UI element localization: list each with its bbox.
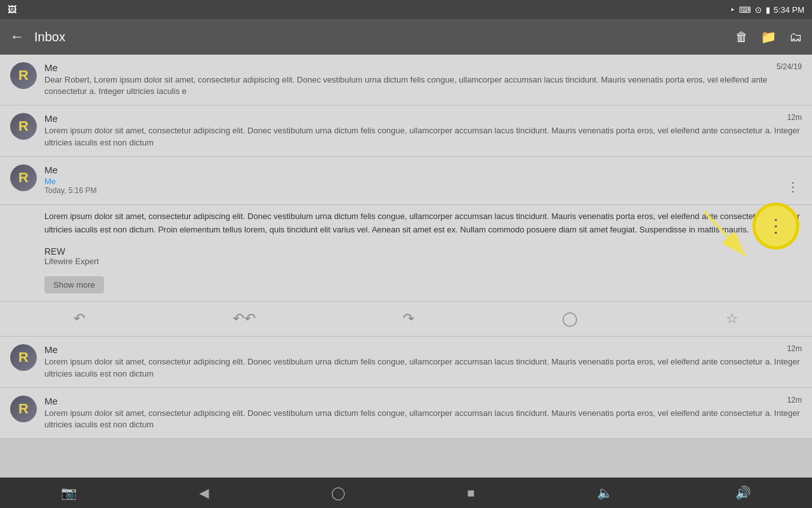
more-vert-circle[interactable]: ⋮ [752, 203, 799, 250]
email-date-5: 12m [787, 396, 802, 404]
email-date-1: 5/24/19 [776, 62, 802, 71]
email-item-5[interactable]: R Me 12m Lorem ipsum dolor sit amet, con… [0, 388, 812, 439]
avatar-2: R [10, 113, 37, 140]
email-preview-1: Dear Robert, Lorem ipsum dolor sit amet,… [44, 74, 802, 97]
email-item-3-header[interactable]: R Me Me Today, 5:16 PM ⋮ [0, 157, 812, 205]
email-body-text: Lorem ipsum dolor sit amet, consectetur … [44, 205, 802, 244]
nav-home-button[interactable]: ◯ [331, 485, 345, 500]
avatar-letter-3: R [18, 170, 29, 186]
email-content-2: Me 12m Lorem ipsum dolor sit amet, conse… [44, 113, 802, 148]
nav-volume-down-button[interactable]: 🔈 [597, 485, 613, 500]
action-bar: ← Inbox 🗑 📁 🗂 [0, 19, 812, 55]
email-sender-5: Me [44, 396, 58, 406]
expanded-sender-name: Me [44, 177, 97, 186]
email-content-1: Me 5/24/19 Dear Robert, Lorem ipsum dolo… [44, 62, 802, 97]
nav-volume-up-button[interactable]: 🔊 [735, 485, 751, 500]
expanded-time: Today, 5:16 PM [44, 186, 97, 195]
signature-name: REW [44, 246, 802, 257]
nav-camera-button[interactable]: 📷 [61, 485, 77, 500]
email-preview-5: Lorem ipsum dolor sit amet, consectetur … [44, 408, 802, 431]
status-bar-right: ‣ ⌨ ⊙ ▮ 5:34 PM [730, 5, 804, 15]
email-date-4: 12m [787, 344, 802, 353]
email-header-1: Me 5/24/19 [44, 62, 802, 73]
avatar-1: R [10, 62, 37, 89]
email-date-2: 12m [787, 113, 802, 122]
wifi-icon: ⊙ [755, 5, 762, 15]
nav-back-button[interactable]: ◀ [199, 485, 209, 500]
email-content-4: Me 12m Lorem ipsum dolor sit amet, conse… [44, 344, 802, 379]
avatar-4: R [10, 344, 37, 371]
email-sender-3: Me [44, 164, 58, 175]
nav-recents-button[interactable]: ■ [467, 486, 475, 500]
reply-button[interactable]: ↶ [74, 311, 85, 327]
delete-button[interactable]: 🗑 [735, 30, 748, 44]
reply-all-button[interactable]: ↶↶ [233, 311, 256, 327]
avatar-letter-5: R [18, 401, 29, 417]
back-button[interactable]: ← [10, 29, 24, 45]
inbox-title: Inbox [34, 30, 735, 44]
avatar-letter-1: R [18, 67, 29, 84]
photo-icon: 🖼 [8, 4, 16, 15]
more-vert-header-button[interactable]: ⋮ [784, 177, 802, 197]
circle-button[interactable]: ◯ [562, 311, 578, 327]
archive-button[interactable]: 🗂 [789, 30, 802, 44]
email-item-4[interactable]: R Me 12m Lorem ipsum dolor sit amet, con… [0, 337, 812, 387]
nav-bar: 📷 ◀ ◯ ■ 🔈 🔊 [0, 478, 812, 508]
action-toolbar: ↶ ↶↶ ↷ ◯ ☆ [0, 301, 812, 337]
email-header-3: Me [44, 164, 802, 175]
email-header-2: Me 12m [44, 113, 802, 124]
email-item-1[interactable]: R Me 5/24/19 Dear Robert, Lorem ipsum do… [0, 55, 812, 105]
battery-icon: ▮ [766, 5, 770, 15]
show-more-button[interactable]: Show more [44, 276, 104, 293]
email-item-2[interactable]: R Me 12m Lorem ipsum dolor sit amet, con… [0, 105, 812, 156]
email-header-4: Me 12m [44, 344, 802, 355]
avatar-letter-4: R [18, 349, 29, 366]
forward-button[interactable]: ↷ [403, 311, 414, 327]
status-bar: 🖼 ‣ ⌨ ⊙ ▮ 5:34 PM [0, 0, 812, 19]
email-signature: REW Lifewire Expert [44, 244, 802, 271]
bluetooth-icon: ‣ [730, 5, 735, 15]
email-sender-4: Me [44, 344, 58, 355]
email-content-5: Me 12m Lorem ipsum dolor sit amet, conse… [44, 396, 802, 431]
time-display: 5:34 PM [774, 5, 804, 15]
more-vert-circle-icon: ⋮ [767, 217, 785, 235]
headphone-icon: ⌨ [739, 5, 751, 15]
email-content-3: Me Me Today, 5:16 PM ⋮ [44, 164, 802, 197]
folder-button[interactable]: 📁 [761, 29, 776, 44]
signature-title: Lifewire Expert [44, 257, 802, 266]
email-expanded-body: Lorem ipsum dolor sit amet, consectetur … [0, 205, 812, 302]
email-preview-2: Lorem ipsum dolor sit amet, consectetur … [44, 125, 802, 148]
email-header-5: Me 12m [44, 396, 802, 406]
email-preview-4: Lorem ipsum dolor sit amet, consectetur … [44, 356, 802, 379]
email-sender-2: Me [44, 113, 58, 124]
avatar-5: R [10, 396, 37, 422]
star-button[interactable]: ☆ [726, 311, 738, 327]
action-bar-icons: 🗑 📁 🗂 [735, 29, 802, 44]
avatar-3: R [10, 164, 37, 191]
avatar-letter-2: R [18, 118, 29, 135]
email-sender-1: Me [44, 62, 58, 73]
status-bar-left: 🖼 [8, 4, 16, 15]
